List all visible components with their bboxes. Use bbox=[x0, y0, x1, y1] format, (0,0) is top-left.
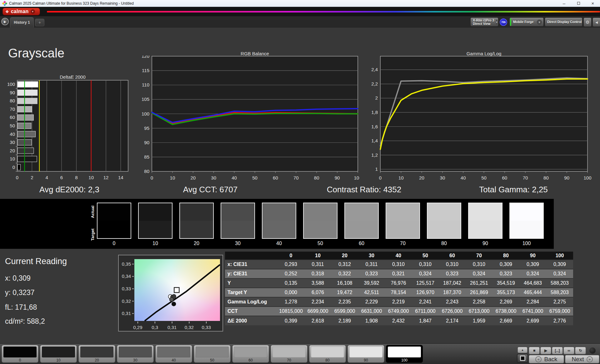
table-cell: 19,472 bbox=[331, 288, 358, 297]
play-button[interactable]: ▶ bbox=[540, 347, 551, 354]
table-cell: 0,399 bbox=[278, 316, 304, 325]
table-cell: 2,284 bbox=[519, 297, 546, 307]
level-button-30[interactable]: 30 bbox=[117, 345, 154, 363]
swatch-level-label: 60 bbox=[344, 241, 379, 246]
meter-dropdown[interactable]: X-Rite i1Pro 3Direct View ▾ bbox=[470, 17, 498, 27]
target-patch bbox=[345, 221, 378, 238]
gray-swatch-50 bbox=[303, 203, 338, 239]
svg-text:2,2: 2,2 bbox=[371, 81, 378, 86]
close-button[interactable]: × bbox=[586, 0, 600, 7]
tab-history-1[interactable]: History 1 bbox=[10, 17, 34, 27]
next-label: Next bbox=[572, 356, 584, 363]
svg-text:90: 90 bbox=[564, 175, 569, 180]
level-button-10[interactable]: 10 bbox=[40, 345, 77, 363]
minimize-button[interactable]: – bbox=[557, 0, 571, 7]
table-cell: 2,269 bbox=[492, 297, 519, 307]
swatch-level-label: 40 bbox=[262, 241, 296, 246]
table-col-header: 70 bbox=[466, 252, 492, 260]
refresh-icon: ↻ bbox=[579, 348, 582, 353]
collapse-toolbar-button[interactable]: ◀ bbox=[592, 17, 600, 27]
target-patch bbox=[428, 221, 461, 238]
calman-wordmark: calman bbox=[11, 9, 29, 14]
maximize-button[interactable] bbox=[571, 0, 586, 7]
table-cell: 2,258 bbox=[466, 297, 492, 307]
target-patch bbox=[386, 221, 419, 238]
table-cell: 187,042 bbox=[439, 278, 466, 288]
svg-text:90: 90 bbox=[335, 175, 340, 180]
cie-plot: 0,310,320,330,340,350,290,30,310,320,33 bbox=[119, 255, 224, 332]
svg-text:8: 8 bbox=[75, 175, 78, 180]
source-dropdown[interactable]: Mobile Forge ▾ bbox=[509, 17, 544, 27]
table-col-header: 90 bbox=[519, 252, 546, 260]
table-cell: 0,293 bbox=[278, 260, 304, 269]
calman-menu-button[interactable]: ❖ calman ▾ bbox=[2, 8, 40, 15]
table-col-header: 50 bbox=[412, 252, 439, 260]
swatch-level-label: 90 bbox=[468, 241, 502, 246]
svg-text:100: 100 bbox=[583, 175, 591, 180]
svg-text:1,2: 1,2 bbox=[371, 152, 378, 158]
table-cell: 1,908 bbox=[358, 316, 385, 325]
level-button-70[interactable]: 70 bbox=[271, 345, 308, 363]
level-button-50[interactable]: 50 bbox=[194, 345, 231, 363]
svg-text:0,3: 0,3 bbox=[152, 325, 158, 330]
table-cell: 6699,000 bbox=[304, 307, 331, 316]
table-cell: 6711,000 bbox=[412, 307, 439, 316]
meter-mode-badge[interactable]: 705 bbox=[500, 18, 507, 26]
play-icon: ▶ bbox=[4, 20, 6, 23]
window-title: Calman 2025 Calman Ultimate for Business… bbox=[9, 1, 134, 6]
display-control-dropdown[interactable]: Direct Display Control ▾ bbox=[545, 17, 582, 27]
add-tab-button[interactable]: + bbox=[35, 19, 44, 26]
loop-button[interactable]: ∞ bbox=[563, 347, 574, 354]
calman-app-window: Calman 2025 Calman Ultimate for Business… bbox=[0, 0, 600, 364]
level-button-80[interactable]: 80 bbox=[309, 345, 346, 363]
level-button-20[interactable]: 20 bbox=[78, 345, 115, 363]
contrast-ratio-stat: Contrast Ratio: 4352 bbox=[327, 185, 401, 194]
deltae-chart-title: DeltaE 2000 bbox=[17, 74, 128, 80]
actual-patch bbox=[304, 203, 337, 221]
next-button[interactable]: Next » bbox=[565, 355, 599, 363]
svg-text:70: 70 bbox=[10, 106, 15, 112]
level-button-100[interactable]: 100 bbox=[386, 345, 423, 363]
row-label: Gamma Log/Log bbox=[225, 297, 278, 307]
table-cell: 0,309 bbox=[492, 260, 519, 269]
svg-text:0,34: 0,34 bbox=[122, 273, 131, 279]
svg-text:100: 100 bbox=[354, 175, 359, 180]
level-button-40[interactable]: 40 bbox=[155, 345, 192, 363]
level-button-90[interactable]: 90 bbox=[348, 345, 384, 363]
level-button-0[interactable]: 0 bbox=[2, 345, 38, 363]
svg-text:12: 12 bbox=[103, 175, 109, 180]
table-col-header: 10 bbox=[304, 252, 331, 260]
svg-text:90: 90 bbox=[10, 90, 15, 95]
table-cell: 0,324 bbox=[546, 269, 573, 278]
expand-panel-button[interactable]: ▲ bbox=[518, 347, 528, 353]
level-button-60[interactable]: 60 bbox=[232, 345, 269, 363]
svg-text:60: 60 bbox=[502, 175, 507, 180]
actual-patch bbox=[98, 203, 131, 221]
svg-text:20: 20 bbox=[190, 175, 196, 180]
target-patch bbox=[221, 221, 254, 238]
table-cell: 0,252 bbox=[278, 269, 304, 278]
refresh-button[interactable]: ↻ bbox=[575, 347, 586, 354]
table-cell: 261,251 bbox=[466, 278, 492, 288]
chevron-down-icon: ▾ bbox=[31, 9, 35, 14]
back-button[interactable]: « Back bbox=[529, 355, 564, 363]
step-button[interactable]: [‥] bbox=[552, 347, 563, 354]
brand-bar: ❖ calman ▾ bbox=[0, 7, 600, 16]
actual-row-label: Actual bbox=[90, 202, 95, 222]
test-pattern-window-button[interactable] bbox=[517, 354, 528, 363]
table-row: CCT10815,0006699,0006599,0006631,0006749… bbox=[225, 307, 573, 316]
table-cell: 1,278 bbox=[278, 297, 304, 307]
history-play-button[interactable]: ▶ bbox=[1, 18, 9, 25]
settings-button[interactable]: ⚙ bbox=[583, 17, 592, 27]
swatch-level-label: 80 bbox=[427, 241, 461, 246]
table-cell: 0,309 bbox=[546, 260, 573, 269]
page-title: Grayscale bbox=[8, 46, 64, 60]
gray-swatch-0 bbox=[97, 203, 131, 239]
stop-button[interactable]: ■ bbox=[529, 347, 540, 354]
level-swatch bbox=[196, 347, 229, 357]
level-swatch bbox=[388, 347, 421, 357]
svg-text:4: 4 bbox=[45, 175, 48, 180]
svg-text:90: 90 bbox=[144, 140, 149, 145]
svg-text:80: 80 bbox=[543, 175, 549, 180]
row-label: CCT bbox=[225, 307, 278, 316]
